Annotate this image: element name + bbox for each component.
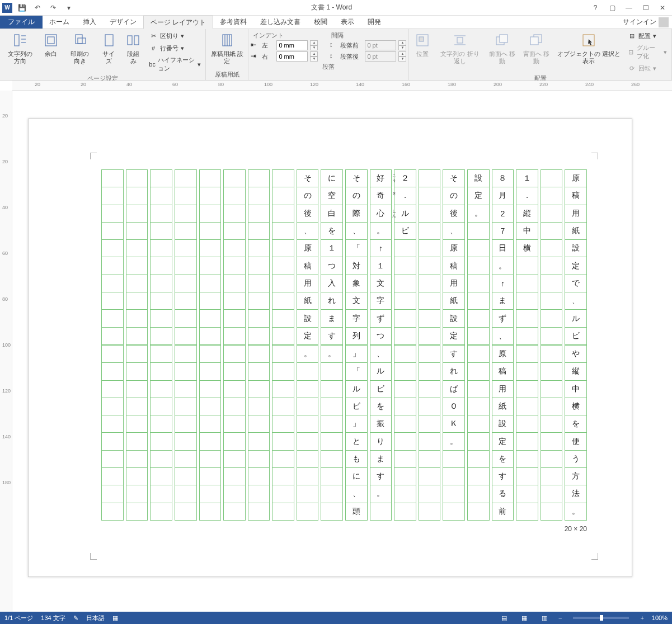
grid-cell: を bbox=[370, 398, 392, 415]
selection-pane-button[interactable]: オブジェクトの 選択と表示 bbox=[554, 30, 623, 66]
minimize-icon[interactable]: — bbox=[622, 2, 636, 13]
tab-page-layout[interactable]: ページ レイアウト bbox=[143, 16, 213, 29]
crop-mark bbox=[90, 153, 97, 159]
hyphenation-button[interactable]: bcハイフネーション▾ bbox=[147, 55, 203, 74]
grid-cell bbox=[272, 467, 294, 485]
grid-cell bbox=[272, 345, 294, 363]
spacing-after-down[interactable]: ▼ bbox=[398, 56, 406, 62]
horizontal-ruler[interactable]: 2020406080100120140160180200220240260 bbox=[12, 81, 672, 91]
grid-column: その後、原稿用紙設定。 bbox=[297, 169, 319, 521]
manuscript-settings-button[interactable]: 原稿用紙 設定 bbox=[208, 30, 246, 66]
document-title: 文書 1 - Word bbox=[75, 3, 588, 12]
status-language[interactable]: 日本語 bbox=[86, 614, 105, 622]
tab-review[interactable]: 校閲 bbox=[307, 16, 334, 29]
grid-cell bbox=[419, 222, 441, 240]
indent-right-up[interactable]: ▲ bbox=[310, 51, 318, 56]
selection-pane-icon bbox=[580, 31, 598, 49]
indent-left-up[interactable]: ▲ bbox=[310, 40, 318, 45]
group-manuscript: 原稿用紙 設定 原稿用紙 bbox=[206, 29, 248, 80]
grid-cell bbox=[419, 345, 441, 363]
grid-cell bbox=[394, 450, 416, 468]
align-button[interactable]: ⊞配置▾ bbox=[625, 30, 669, 41]
vertical-ruler[interactable]: 2020406080100120140180 bbox=[0, 91, 12, 612]
manuscript-grid[interactable]: 原稿用紙設定で、ルビや縦中横を使う方法。１．縦中横８月27日。↑まず、原稿用紙設… bbox=[101, 169, 587, 521]
indent-right-field[interactable] bbox=[276, 51, 308, 62]
tab-view[interactable]: 表示 bbox=[334, 16, 361, 29]
tab-mailings[interactable]: 差し込み文書 bbox=[253, 16, 307, 29]
orientation-button[interactable]: 印刷の 向き bbox=[64, 30, 95, 66]
tab-design[interactable]: デザイン bbox=[103, 16, 143, 29]
grid-cell bbox=[223, 380, 246, 398]
grid-cell bbox=[223, 503, 246, 521]
close-icon[interactable]: ✕ bbox=[655, 2, 670, 13]
view-web-layout-icon[interactable]: ▥ bbox=[538, 613, 551, 623]
status-page[interactable]: 1/1 ページ bbox=[4, 614, 33, 622]
grid-cell bbox=[297, 450, 319, 468]
columns-label: 段組み bbox=[124, 50, 142, 65]
grid-cell: に bbox=[345, 467, 368, 485]
svg-rect-9 bbox=[128, 36, 132, 45]
grid-cell: 7 bbox=[492, 222, 514, 240]
grid-cell bbox=[199, 205, 222, 223]
grid-cell bbox=[541, 415, 563, 433]
maximize-icon[interactable]: ☐ bbox=[638, 2, 653, 13]
tab-insert[interactable]: 挿入 bbox=[76, 16, 103, 29]
status-proofing-icon[interactable]: ✎ bbox=[73, 614, 78, 622]
grid-cell bbox=[516, 275, 538, 292]
zoom-thumb[interactable] bbox=[600, 615, 603, 621]
indent-left-down[interactable]: ▼ bbox=[310, 45, 318, 50]
crop-mark bbox=[591, 553, 598, 560]
tab-file[interactable]: ファイル bbox=[0, 16, 43, 29]
indent-right-down[interactable]: ▼ bbox=[310, 56, 318, 62]
view-read-mode-icon[interactable]: ▤ bbox=[498, 613, 510, 623]
grid-cell: 用 bbox=[297, 275, 319, 292]
zoom-level[interactable]: 100% bbox=[652, 614, 668, 621]
spacing-before-up[interactable]: ▲ bbox=[398, 40, 406, 45]
grid-cell: ま bbox=[370, 450, 392, 468]
zoom-slider[interactable] bbox=[573, 617, 629, 619]
zoom-in-button[interactable]: + bbox=[640, 614, 643, 621]
breaks-button[interactable]: ✂区切り▾ bbox=[147, 30, 203, 41]
grid-cell: そ bbox=[345, 169, 368, 187]
status-macro-icon[interactable]: ▦ bbox=[112, 614, 118, 622]
svg-rect-17 bbox=[457, 37, 463, 43]
indent-left-field[interactable] bbox=[276, 40, 308, 50]
grid-cell bbox=[467, 309, 490, 327]
document-area[interactable]: 2020406080100120140180 原稿用紙設定で、ルビや縦中横を使う… bbox=[0, 91, 672, 612]
line-numbers-button[interactable]: #行番号▾ bbox=[147, 42, 203, 54]
tab-references[interactable]: 参考資料 bbox=[213, 16, 253, 29]
spacing-before-down[interactable]: ▼ bbox=[398, 45, 406, 50]
grid-cell: 。 bbox=[565, 503, 587, 521]
grid-cell bbox=[419, 239, 441, 257]
tab-developer[interactable]: 開発 bbox=[361, 16, 388, 29]
grid-cell: 定 bbox=[565, 257, 587, 275]
grid-column: 好こう奇き心しん。↑１文字ずつ、ルビを振ります。 bbox=[370, 169, 392, 521]
redo-icon[interactable]: ↷ bbox=[47, 2, 59, 14]
grid-cell: 法 bbox=[565, 485, 587, 503]
grid-cell: 横 bbox=[565, 398, 587, 415]
signin-button[interactable]: サインイン bbox=[619, 16, 672, 29]
undo-icon[interactable]: ↶ bbox=[31, 2, 44, 14]
grid-column: 原稿用紙設定で、ルビや縦中横を使う方法。 bbox=[565, 169, 587, 521]
ribbon-options-icon[interactable]: ▢ bbox=[605, 2, 619, 13]
help-icon[interactable]: ? bbox=[588, 2, 603, 13]
grid-cell bbox=[541, 292, 563, 310]
status-word-count[interactable]: 134 文字 bbox=[41, 614, 65, 622]
tab-home[interactable]: ホーム bbox=[43, 16, 76, 29]
view-print-layout-icon[interactable]: ▦ bbox=[518, 613, 530, 623]
grid-cell: に bbox=[321, 169, 343, 187]
columns-button[interactable]: 段組み bbox=[122, 30, 144, 66]
grid-cell bbox=[199, 309, 222, 327]
save-icon[interactable]: 💾 bbox=[16, 2, 28, 14]
margins-button[interactable]: 余白 bbox=[40, 30, 62, 59]
zoom-out-button[interactable]: − bbox=[558, 614, 562, 621]
size-button[interactable]: サイズ bbox=[97, 30, 120, 66]
grid-cell bbox=[150, 345, 172, 363]
text-direction-button[interactable]: 文字列の 方向 bbox=[2, 30, 37, 66]
customize-qat-icon[interactable]: ▾ bbox=[63, 2, 75, 14]
spacing-after-up[interactable]: ▲ bbox=[398, 51, 406, 56]
grid-cell bbox=[175, 485, 197, 503]
grid-cell: 使 bbox=[565, 432, 587, 450]
grid-cell bbox=[175, 450, 197, 468]
grid-cell bbox=[443, 450, 465, 468]
